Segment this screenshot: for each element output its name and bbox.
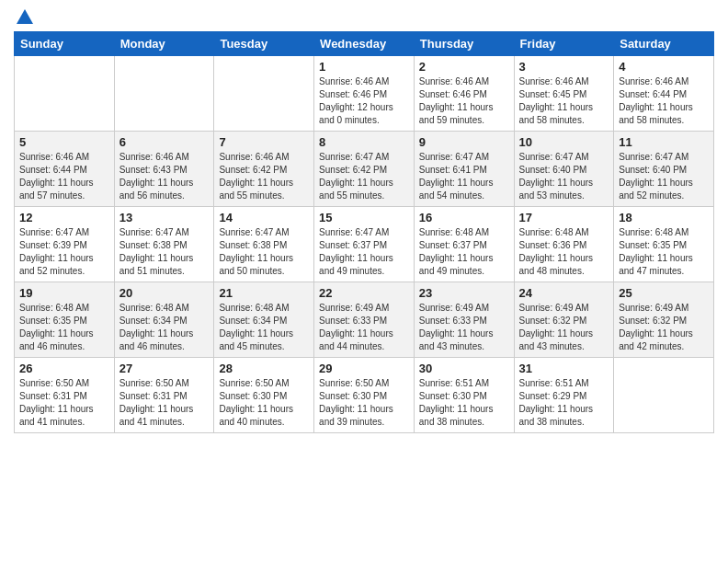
day-number: 6 xyxy=(119,135,210,149)
cell-info: Sunrise: 6:50 AMSunset: 6:31 PMDaylight:… xyxy=(19,378,94,427)
table-row: 4Sunrise: 6:46 AMSunset: 6:44 PMDaylight… xyxy=(614,56,714,132)
table-row: 18Sunrise: 6:48 AMSunset: 6:35 PMDayligh… xyxy=(614,207,714,282)
cell-info: Sunrise: 6:51 AMSunset: 6:30 PMDaylight:… xyxy=(419,378,494,427)
day-number: 28 xyxy=(219,362,309,375)
cell-info: Sunrise: 6:46 AMSunset: 6:42 PMDaylight:… xyxy=(219,152,293,201)
col-thursday: Thursday xyxy=(414,32,514,56)
cell-info: Sunrise: 6:50 AMSunset: 6:31 PMDaylight:… xyxy=(119,378,194,427)
col-friday: Friday xyxy=(514,32,614,56)
col-tuesday: Tuesday xyxy=(214,32,314,56)
cell-info: Sunrise: 6:48 AMSunset: 6:36 PMDaylight:… xyxy=(519,227,594,276)
day-number: 26 xyxy=(19,362,109,375)
table-row: 12Sunrise: 6:47 AMSunset: 6:39 PMDayligh… xyxy=(15,207,115,282)
cell-info: Sunrise: 6:47 AMSunset: 6:42 PMDaylight:… xyxy=(319,152,393,201)
cell-info: Sunrise: 6:46 AMSunset: 6:46 PMDaylight:… xyxy=(419,76,494,125)
cell-info: Sunrise: 6:47 AMSunset: 6:39 PMDaylight:… xyxy=(19,227,94,276)
table-row: 30Sunrise: 6:51 AMSunset: 6:30 PMDayligh… xyxy=(414,358,514,433)
day-number: 25 xyxy=(619,286,709,300)
day-number: 12 xyxy=(19,211,109,224)
cell-info: Sunrise: 6:47 AMSunset: 6:40 PMDaylight:… xyxy=(619,152,693,201)
day-number: 9 xyxy=(419,135,509,149)
day-number: 29 xyxy=(319,362,409,375)
day-number: 5 xyxy=(19,135,109,149)
cell-info: Sunrise: 6:50 AMSunset: 6:30 PMDaylight:… xyxy=(219,378,293,427)
table-row: 10Sunrise: 6:47 AMSunset: 6:40 PMDayligh… xyxy=(514,132,614,207)
col-sunday: Sunday xyxy=(15,32,115,56)
table-row: 8Sunrise: 6:47 AMSunset: 6:42 PMDaylight… xyxy=(314,132,415,207)
cell-info: Sunrise: 6:48 AMSunset: 6:34 PMDaylight:… xyxy=(119,303,194,351)
page: Sunday Monday Tuesday Wednesday Thursday… xyxy=(0,0,728,563)
table-row: 19Sunrise: 6:48 AMSunset: 6:35 PMDayligh… xyxy=(15,282,115,358)
day-number: 21 xyxy=(219,286,309,300)
logo-icon xyxy=(15,7,35,28)
cell-info: Sunrise: 6:48 AMSunset: 6:35 PMDaylight:… xyxy=(19,303,94,351)
cell-info: Sunrise: 6:48 AMSunset: 6:35 PMDaylight:… xyxy=(619,227,693,276)
table-row: 7Sunrise: 6:46 AMSunset: 6:42 PMDaylight… xyxy=(214,132,314,207)
logo xyxy=(14,9,35,24)
col-wednesday: Wednesday xyxy=(314,32,415,56)
table-row: 24Sunrise: 6:49 AMSunset: 6:32 PMDayligh… xyxy=(514,282,614,358)
table-row: 15Sunrise: 6:47 AMSunset: 6:37 PMDayligh… xyxy=(314,207,415,282)
day-number: 18 xyxy=(619,211,709,224)
table-row: 9Sunrise: 6:47 AMSunset: 6:41 PMDaylight… xyxy=(414,132,514,207)
day-number: 13 xyxy=(119,211,210,224)
table-row: 13Sunrise: 6:47 AMSunset: 6:38 PMDayligh… xyxy=(114,207,214,282)
cell-info: Sunrise: 6:47 AMSunset: 6:40 PMDaylight:… xyxy=(519,152,594,201)
table-row: 29Sunrise: 6:50 AMSunset: 6:30 PMDayligh… xyxy=(314,358,415,433)
table-row xyxy=(214,56,314,132)
cell-info: Sunrise: 6:48 AMSunset: 6:37 PMDaylight:… xyxy=(419,227,494,276)
calendar-table: Sunday Monday Tuesday Wednesday Thursday… xyxy=(14,31,714,433)
table-row: 25Sunrise: 6:49 AMSunset: 6:32 PMDayligh… xyxy=(614,282,714,358)
calendar-week-row: 12Sunrise: 6:47 AMSunset: 6:39 PMDayligh… xyxy=(15,207,714,282)
cell-info: Sunrise: 6:50 AMSunset: 6:30 PMDaylight:… xyxy=(319,378,393,427)
table-row: 3Sunrise: 6:46 AMSunset: 6:45 PMDaylight… xyxy=(514,56,614,132)
cell-info: Sunrise: 6:46 AMSunset: 6:44 PMDaylight:… xyxy=(619,76,693,125)
cell-info: Sunrise: 6:47 AMSunset: 6:37 PMDaylight:… xyxy=(319,227,393,276)
day-number: 2 xyxy=(419,60,509,74)
cell-info: Sunrise: 6:47 AMSunset: 6:38 PMDaylight:… xyxy=(219,227,293,276)
day-number: 31 xyxy=(519,362,609,375)
table-row: 26Sunrise: 6:50 AMSunset: 6:31 PMDayligh… xyxy=(15,358,115,433)
day-number: 3 xyxy=(519,60,609,74)
table-row xyxy=(114,56,214,132)
table-row: 28Sunrise: 6:50 AMSunset: 6:30 PMDayligh… xyxy=(214,358,314,433)
day-number: 23 xyxy=(419,286,509,300)
col-saturday: Saturday xyxy=(614,32,714,56)
day-number: 8 xyxy=(319,135,409,149)
calendar-week-row: 19Sunrise: 6:48 AMSunset: 6:35 PMDayligh… xyxy=(15,282,714,358)
col-monday: Monday xyxy=(114,32,214,56)
cell-info: Sunrise: 6:46 AMSunset: 6:46 PMDaylight:… xyxy=(319,76,393,125)
day-number: 30 xyxy=(419,362,509,375)
cell-info: Sunrise: 6:46 AMSunset: 6:45 PMDaylight:… xyxy=(519,76,594,125)
day-number: 16 xyxy=(419,211,509,224)
day-number: 1 xyxy=(319,60,409,74)
cell-info: Sunrise: 6:49 AMSunset: 6:32 PMDaylight:… xyxy=(519,303,594,351)
day-number: 10 xyxy=(519,135,609,149)
table-row: 31Sunrise: 6:51 AMSunset: 6:29 PMDayligh… xyxy=(514,358,614,433)
table-row: 5Sunrise: 6:46 AMSunset: 6:44 PMDaylight… xyxy=(15,132,115,207)
table-row: 23Sunrise: 6:49 AMSunset: 6:33 PMDayligh… xyxy=(414,282,514,358)
calendar-header-row: Sunday Monday Tuesday Wednesday Thursday… xyxy=(15,32,714,56)
day-number: 15 xyxy=(319,211,409,224)
day-number: 19 xyxy=(19,286,109,300)
table-row: 6Sunrise: 6:46 AMSunset: 6:43 PMDaylight… xyxy=(114,132,214,207)
table-row: 21Sunrise: 6:48 AMSunset: 6:34 PMDayligh… xyxy=(214,282,314,358)
table-row: 2Sunrise: 6:46 AMSunset: 6:46 PMDaylight… xyxy=(414,56,514,132)
cell-info: Sunrise: 6:49 AMSunset: 6:32 PMDaylight:… xyxy=(619,303,693,351)
cell-info: Sunrise: 6:46 AMSunset: 6:43 PMDaylight:… xyxy=(119,152,194,201)
cell-info: Sunrise: 6:47 AMSunset: 6:38 PMDaylight:… xyxy=(119,227,194,276)
table-row: 27Sunrise: 6:50 AMSunset: 6:31 PMDayligh… xyxy=(114,358,214,433)
table-row: 14Sunrise: 6:47 AMSunset: 6:38 PMDayligh… xyxy=(214,207,314,282)
table-row: 17Sunrise: 6:48 AMSunset: 6:36 PMDayligh… xyxy=(514,207,614,282)
cell-info: Sunrise: 6:49 AMSunset: 6:33 PMDaylight:… xyxy=(419,303,494,351)
calendar-week-row: 1Sunrise: 6:46 AMSunset: 6:46 PMDaylight… xyxy=(15,56,714,132)
table-row xyxy=(614,358,714,433)
cell-info: Sunrise: 6:46 AMSunset: 6:44 PMDaylight:… xyxy=(19,152,94,201)
cell-info: Sunrise: 6:49 AMSunset: 6:33 PMDaylight:… xyxy=(319,303,393,351)
calendar-week-row: 26Sunrise: 6:50 AMSunset: 6:31 PMDayligh… xyxy=(15,358,714,433)
table-row: 1Sunrise: 6:46 AMSunset: 6:46 PMDaylight… xyxy=(314,56,415,132)
day-number: 14 xyxy=(219,211,309,224)
calendar-week-row: 5Sunrise: 6:46 AMSunset: 6:44 PMDaylight… xyxy=(15,132,714,207)
day-number: 11 xyxy=(619,135,709,149)
day-number: 4 xyxy=(619,60,709,74)
